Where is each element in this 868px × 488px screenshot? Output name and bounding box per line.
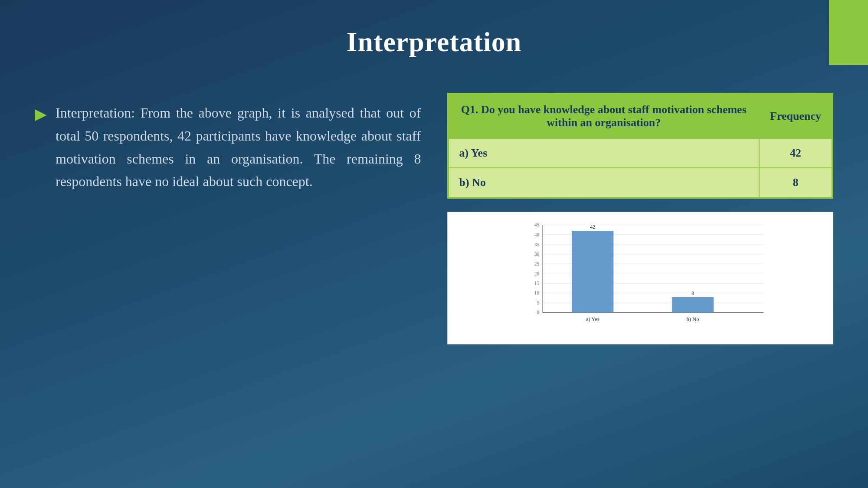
- content-area: ▶ Interpretation: From the above graph, …: [0, 93, 868, 344]
- y-tick-40: 40: [534, 232, 539, 237]
- x-label-no: b) No: [686, 316, 699, 322]
- bullet-arrow-icon: ▶: [35, 105, 47, 123]
- y-tick-10: 10: [534, 290, 539, 295]
- interpretation-text: Interpretation: From the above graph, it…: [56, 102, 421, 193]
- left-panel: ▶ Interpretation: From the above graph, …: [35, 93, 421, 344]
- table-cell-yes-label: a) Yes: [449, 138, 760, 168]
- y-tick-15: 15: [534, 281, 539, 286]
- table-row-yes: a) Yes 42: [449, 138, 832, 168]
- table-header-row: Q1. Do you have knowledge about staff mo…: [449, 94, 832, 138]
- bar-no: [671, 297, 713, 313]
- bullet-item: ▶ Interpretation: From the above graph, …: [35, 102, 421, 193]
- x-label-yes: a) Yes: [586, 316, 599, 322]
- y-tick-45: 45: [534, 222, 539, 227]
- table-cell-no-label: b) No: [449, 168, 760, 197]
- y-tick-20: 20: [534, 271, 539, 276]
- bar-chart: 45 40 35 30 25 20 15: [469, 221, 825, 329]
- table-header-question: Q1. Do you have knowledge about staff mo…: [449, 94, 760, 138]
- table-cell-yes-value: 42: [759, 138, 832, 168]
- accent-decoration: [829, 0, 868, 65]
- frequency-table: Q1. Do you have knowledge about staff mo…: [447, 93, 834, 199]
- y-tick-35: 35: [534, 242, 539, 247]
- bar-yes-label: 42: [590, 224, 595, 229]
- table-row-no: b) No 8: [449, 168, 832, 197]
- slide-title: Interpretation: [0, 0, 868, 58]
- table-cell-no-value: 8: [759, 168, 832, 197]
- bar-yes: [572, 231, 613, 312]
- right-panel: Q1. Do you have knowledge about staff mo…: [447, 93, 834, 344]
- y-tick-5: 5: [537, 300, 539, 305]
- y-tick-30: 30: [534, 252, 539, 257]
- y-tick-0: 0: [537, 310, 539, 315]
- table-header-frequency: Frequency: [759, 94, 832, 138]
- y-tick-25: 25: [534, 261, 539, 266]
- bar-chart-container: 45 40 35 30 25 20 15: [447, 212, 834, 344]
- bar-no-label: 8: [691, 291, 694, 296]
